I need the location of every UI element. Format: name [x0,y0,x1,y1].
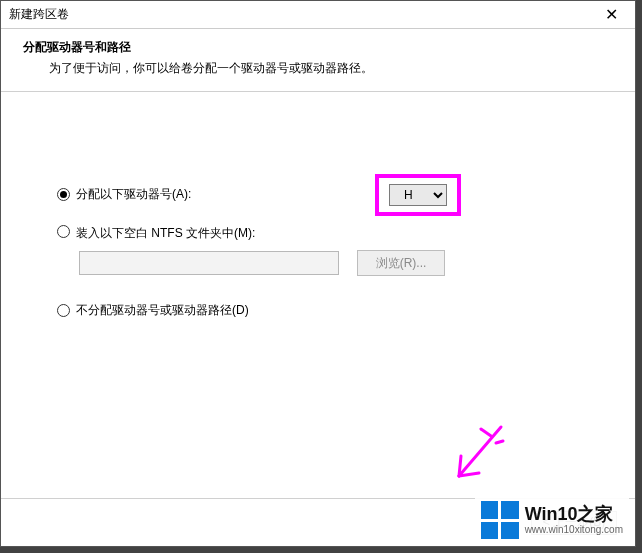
option-assign-drive[interactable]: 分配以下驱动器号(A): H [57,186,595,203]
radio-no-assign[interactable] [57,304,70,317]
highlight-box: H [375,174,461,216]
close-icon: ✕ [605,5,618,24]
radio-assign-drive[interactable] [57,188,70,201]
close-button[interactable]: ✕ [591,3,631,27]
svg-line-1 [459,456,461,476]
svg-line-4 [496,441,503,443]
option-mount-folder[interactable]: 装入以下空白 NTFS 文件夹中(M): [57,225,595,242]
windows-logo-icon [481,501,519,539]
watermark: Win10之家 www.win10xitong.com [475,498,629,542]
watermark-title: Win10之家 [525,505,623,525]
mount-row: 浏览(R)... [79,250,595,276]
wizard-window: 新建跨区卷 ✕ 分配驱动器号和路径 为了便于访问，你可以给卷分配一个驱动器号或驱… [0,0,636,547]
option-no-assign[interactable]: 不分配驱动器号或驱动器路径(D) [57,302,595,319]
watermark-subtitle: www.win10xitong.com [525,524,623,535]
page-title: 分配驱动器号和路径 [23,39,617,56]
browse-button: 浏览(R)... [357,250,445,276]
header-area: 分配驱动器号和路径 为了便于访问，你可以给卷分配一个驱动器号或驱动器路径。 [1,29,635,92]
page-subtitle: 为了便于访问，你可以给卷分配一个驱动器号或驱动器路径。 [23,60,617,77]
option-assign-label: 分配以下驱动器号(A): [76,186,191,203]
svg-line-2 [459,473,479,476]
option-none-label: 不分配驱动器号或驱动器路径(D) [76,302,249,319]
watermark-text: Win10之家 www.win10xitong.com [525,505,623,536]
drive-letter-select[interactable]: H [389,184,447,206]
option-mount-label: 装入以下空白 NTFS 文件夹中(M): [76,225,255,242]
svg-line-0 [459,427,501,476]
radio-mount-folder[interactable] [57,225,70,238]
annotation-arrow-icon [441,421,511,491]
mount-path-input [79,251,339,275]
content-area: 分配以下驱动器号(A): H 装入以下空白 NTFS 文件夹中(M): 浏览(R… [1,92,635,319]
titlebar: 新建跨区卷 ✕ [1,1,635,29]
window-title: 新建跨区卷 [9,6,69,23]
svg-line-3 [481,429,491,436]
